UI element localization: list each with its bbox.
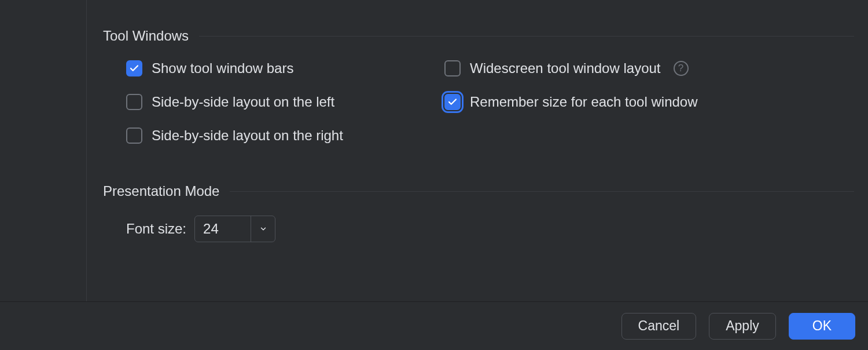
checkbox-label: Remember size for each tool window <box>470 94 698 110</box>
section-title: Presentation Mode <box>103 183 230 199</box>
font-size-row: Font size: <box>103 216 854 242</box>
option-widescreen-layout[interactable]: Widescreen tool window layout ? <box>444 60 854 76</box>
font-size-label: Font size: <box>126 221 186 237</box>
section-header-presentation: Presentation Mode <box>103 183 854 199</box>
divider <box>230 191 854 192</box>
option-show-tool-window-bars[interactable]: Show tool window bars <box>126 60 444 76</box>
checkbox[interactable] <box>126 127 142 144</box>
chevron-down-icon <box>259 225 267 233</box>
checkbox-label: Side-by-side layout on the left <box>152 94 334 110</box>
help-icon[interactable]: ? <box>674 61 689 76</box>
checkbox[interactable] <box>444 94 461 110</box>
dialog-footer: Cancel Apply OK <box>0 301 868 350</box>
checkbox[interactable] <box>126 60 142 76</box>
option-remember-size[interactable]: Remember size for each tool window <box>444 94 854 110</box>
checkmark-icon <box>129 63 139 74</box>
section-header-tool-windows: Tool Windows <box>103 28 854 44</box>
font-size-dropdown-button[interactable] <box>251 216 275 242</box>
option-side-by-side-right[interactable]: Side-by-side layout on the right <box>126 127 444 144</box>
tool-windows-options: Show tool window bars Widescreen tool wi… <box>103 60 854 144</box>
settings-content: Tool Windows Show tool window bars Wides… <box>103 28 854 242</box>
checkbox[interactable] <box>126 94 142 110</box>
checkmark-icon <box>447 97 458 107</box>
divider <box>199 36 854 37</box>
font-size-combobox[interactable] <box>194 216 275 242</box>
ok-button[interactable]: OK <box>789 313 855 340</box>
sidebar-panel <box>0 0 87 301</box>
checkbox[interactable] <box>444 60 461 76</box>
cancel-button[interactable]: Cancel <box>621 313 697 340</box>
option-side-by-side-left[interactable]: Side-by-side layout on the left <box>126 94 444 110</box>
section-title: Tool Windows <box>103 28 199 44</box>
apply-button[interactable]: Apply <box>709 313 776 340</box>
checkbox-label: Show tool window bars <box>152 60 293 76</box>
font-size-input[interactable] <box>195 216 251 242</box>
checkbox-label: Widescreen tool window layout <box>470 60 661 76</box>
checkbox-label: Side-by-side layout on the right <box>152 127 343 144</box>
